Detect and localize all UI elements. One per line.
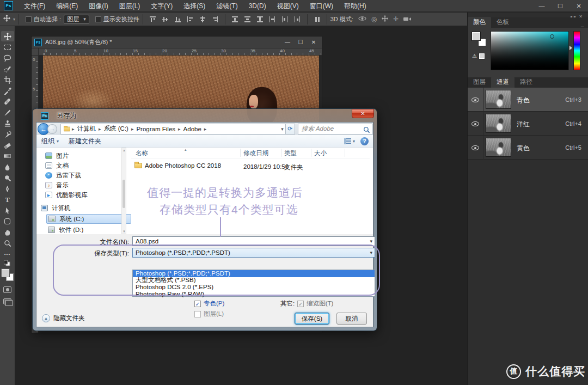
eraser-tool[interactable] [1, 140, 14, 150]
color-field[interactable] [491, 31, 569, 70]
auto-select-target-dropdown[interactable]: 图层 [64, 15, 89, 24]
hand-tool[interactable] [1, 227, 14, 237]
new-folder-button[interactable]: 新建文件夹 [64, 137, 108, 146]
change-view-icon[interactable] [344, 138, 351, 144]
foreground-background-swatches[interactable] [2, 269, 14, 281]
sidebar-item-documents[interactable]: 文档 [45, 161, 69, 170]
breadcrumb-computer[interactable]: 计算机 [76, 125, 98, 133]
clone-stamp-tool[interactable] [1, 118, 14, 129]
hue-slider[interactable] [573, 31, 580, 70]
column-header-type[interactable]: 类型 [284, 149, 297, 157]
dialog-close-button[interactable]: ✕ [352, 109, 374, 118]
dodge-tool[interactable] [1, 173, 14, 183]
distribute-left-edges-icon[interactable] [268, 15, 277, 23]
distribute-bottom-edges-icon[interactable] [256, 15, 264, 23]
spot-color-checkbox[interactable]: ✓ [194, 301, 201, 307]
breadcrumb-dropdown-icon[interactable]: ▾ [281, 126, 284, 132]
menu-help[interactable]: 帮助(H) [339, 0, 372, 12]
move-tool[interactable] [1, 31, 14, 41]
channel-row-magenta[interactable]: 洋红 Ctrl+4 [468, 112, 588, 136]
color-field-marker[interactable] [550, 34, 554, 39]
organize-menu[interactable]: 组织 [36, 137, 64, 146]
menu-image[interactable]: 图像(I) [83, 0, 113, 12]
document-minimize-button[interactable]: — [283, 36, 292, 48]
zoom-tool[interactable] [1, 238, 14, 248]
align-left-edges-icon[interactable] [186, 15, 194, 23]
auto-select-checkbox[interactable] [26, 16, 32, 22]
3d-slide-icon[interactable]: ✛ [393, 15, 399, 23]
sidebar-item-pictures[interactable]: 图片 [45, 151, 69, 161]
dialog-title-bar[interactable]: Ps 另存为 [37, 111, 76, 120]
menu-select[interactable]: 选择(S) [178, 0, 211, 12]
channel-thumbnail[interactable] [486, 90, 511, 109]
gradient-tool[interactable] [1, 151, 14, 161]
sidebar-item-thunder[interactable]: 迅雷下载 [45, 170, 81, 180]
breadcrumb-drive-c[interactable]: 系统 (C:) [102, 125, 130, 133]
column-header-name[interactable]: 名称 [136, 149, 148, 157]
menu-view[interactable]: 视图(V) [272, 0, 304, 12]
column-header-size[interactable]: 大小 [314, 149, 327, 157]
breadcrumb-program-files[interactable]: Program Files [134, 126, 177, 132]
3d-pan-icon[interactable] [382, 14, 388, 24]
3d-roll-icon[interactable]: ◎ [371, 15, 377, 23]
menu-filter[interactable]: 滤镜(T) [211, 0, 243, 12]
channel-row-yellow[interactable]: 黄色 Ctrl+5 [468, 136, 588, 160]
history-brush-tool[interactable] [1, 129, 14, 139]
sidebar-item-drive-c[interactable]: 系统 (C:) [46, 214, 131, 224]
marquee-tool[interactable] [1, 42, 14, 52]
distribute-top-edges-icon[interactable] [231, 15, 239, 23]
tab-paths[interactable]: 路径 [514, 77, 538, 88]
brush-tool[interactable] [1, 107, 14, 118]
visibility-eye-icon[interactable] [471, 121, 479, 126]
app-maximize-button[interactable]: ☐ [551, 0, 569, 12]
save-button[interactable]: 保存(S) [295, 313, 329, 325]
layers-checkbox[interactable] [194, 311, 201, 317]
search-box[interactable]: 搜索 Adobe [298, 124, 373, 135]
app-minimize-button[interactable]: — [532, 0, 551, 12]
visibility-eye-icon[interactable] [471, 145, 479, 150]
cancel-button[interactable]: 取消 [336, 313, 367, 325]
quick-mask-icon[interactable] [1, 284, 14, 295]
distribute-right-edges-icon[interactable] [293, 15, 302, 23]
channel-thumbnail[interactable] [486, 114, 511, 133]
distribute-spacing-icon[interactable] [313, 15, 321, 23]
show-transform-checkbox[interactable] [95, 16, 101, 22]
breadcrumb-adobe[interactable]: Adobe [182, 126, 203, 132]
document-maximize-button[interactable]: ☐ [296, 36, 305, 48]
align-right-edges-icon[interactable] [211, 15, 219, 23]
menu-edit[interactable]: 编辑(E) [51, 0, 83, 12]
menu-3d[interactable]: 3D(D) [243, 0, 272, 12]
align-horizontal-centers-icon[interactable] [199, 15, 207, 23]
3d-camera-icon[interactable] [403, 14, 412, 24]
shape-tool[interactable] [1, 216, 14, 227]
hide-folders-button[interactable]: ▲ 隐藏文件夹 [42, 314, 85, 322]
tab-layers[interactable]: 图层 [468, 77, 491, 88]
view-dropdown-icon[interactable]: ▾ [353, 139, 355, 144]
quick-selection-tool[interactable] [1, 64, 14, 74]
tool-preset-chevron-icon[interactable]: ▾ [13, 17, 15, 22]
menu-layer[interactable]: 图层(L) [114, 0, 146, 12]
sidebar-item-computer[interactable]: 计算机 [41, 203, 71, 213]
path-selection-tool[interactable] [1, 205, 14, 216]
healing-brush-tool[interactable] [1, 96, 14, 107]
3d-orbit-icon[interactable] [358, 14, 366, 24]
menu-type[interactable]: 文字(Y) [145, 0, 178, 12]
tab-channels[interactable]: 通道 [491, 77, 514, 88]
thumbnail-checkbox[interactable]: ✓ [297, 301, 304, 307]
distribute-horizontal-centers-icon[interactable] [281, 15, 289, 23]
app-close-button[interactable]: ✕ [569, 0, 588, 12]
channel-row-cyan[interactable]: 青色 Ctrl+3 [468, 88, 588, 112]
align-vertical-centers-icon[interactable] [161, 15, 169, 23]
sidebar-scrollbar[interactable]: ▲▼ [121, 148, 126, 234]
sidebar-item-music[interactable]: ♪音乐 [45, 180, 69, 190]
column-header-date[interactable]: 修改日期 [243, 149, 268, 157]
menu-window[interactable]: 窗口(W) [304, 0, 339, 12]
refresh-button[interactable]: ⟳ [286, 124, 295, 135]
eyedropper-tool[interactable] [1, 85, 14, 96]
type-tool[interactable]: T [1, 194, 14, 205]
lasso-tool[interactable] [1, 53, 14, 63]
blur-tool[interactable] [1, 162, 14, 172]
channel-thumbnail[interactable] [486, 138, 511, 157]
visibility-eye-icon[interactable] [471, 97, 479, 102]
menu-file[interactable]: 文件(F) [19, 0, 51, 12]
